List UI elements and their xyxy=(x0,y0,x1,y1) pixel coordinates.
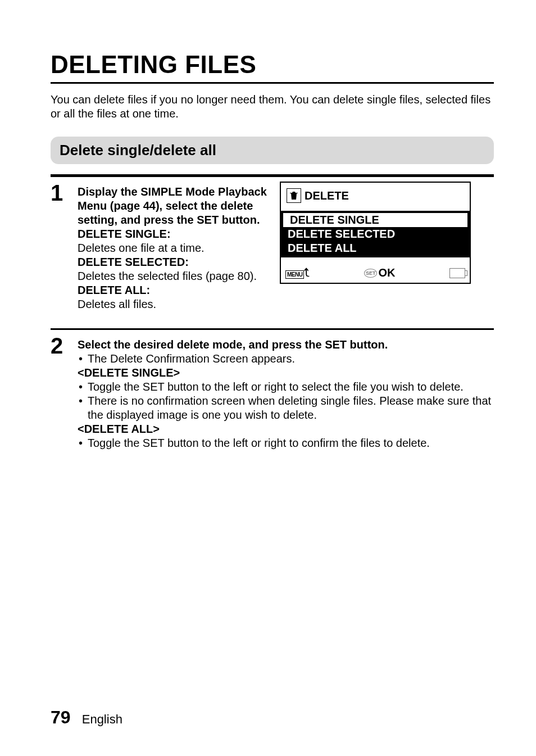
ok-indicator: SET OK xyxy=(364,266,396,279)
step2-line1: The Delete Confirmation Screen appears. xyxy=(78,352,494,366)
delete-all-desc: Deletes all files. xyxy=(78,298,156,310)
battery-icon xyxy=(449,268,465,278)
delete-single-desc: Deletes one file at a time. xyxy=(78,242,205,254)
delete-all-head: <DELETE ALL> xyxy=(78,423,160,435)
menu-badge: MENU xyxy=(285,270,304,279)
delete-single-head: <DELETE SINGLE> xyxy=(78,366,180,379)
screen-title-text: DELETE xyxy=(305,189,349,202)
step-2: 2 Select the desired delete mode, and pr… xyxy=(51,334,494,450)
ok-text: OK xyxy=(378,266,395,279)
delete-selected-desc: Deletes the selected files (page 80). xyxy=(78,270,257,282)
delete-single-label: DELETE SINGLE: xyxy=(78,228,171,240)
step-2-rule xyxy=(51,328,494,330)
step-2-instruction: Select the desired delete mode, and pres… xyxy=(78,338,388,351)
page-language: English xyxy=(82,712,122,726)
set-badge: SET xyxy=(364,269,378,278)
step2-all-b1: Toggle the SET button to the left or rig… xyxy=(78,436,494,450)
subheading-rule xyxy=(51,174,494,177)
delete-selected-label: DELETE SELECTED: xyxy=(78,256,189,268)
page-footer: 79 English xyxy=(51,707,122,728)
step-1-instruction: Display the SIMPLE Mode Playback Menu (p… xyxy=(78,185,267,226)
menu-back-indicator: MENU⤴ xyxy=(285,266,310,279)
menu-item-selected[interactable]: DELETE SELECTED xyxy=(281,227,470,241)
intro-text: You can delete files if you no longer ne… xyxy=(51,93,494,121)
subheading-bar: Delete single/delete all xyxy=(51,137,494,164)
menu-item-single[interactable]: DELETE SINGLE xyxy=(283,213,467,227)
step-2-body: Select the desired delete mode, and pres… xyxy=(78,334,494,450)
page-number: 79 xyxy=(51,707,71,727)
step-1: 1 Display the SIMPLE Mode Playback Menu … xyxy=(51,182,494,311)
step2-single-b2: There is no confirmation screen when del… xyxy=(78,394,494,422)
step-number: 1 xyxy=(51,182,67,311)
delete-all-label: DELETE ALL: xyxy=(78,284,150,296)
menu-item-all[interactable]: DELETE ALL xyxy=(281,241,470,255)
step2-single-b1: Toggle the SET button to the left or rig… xyxy=(78,380,494,394)
page-title: DELETING FILES xyxy=(51,51,494,79)
screen-menu-list: DELETE SINGLE DELETE SELECTED DELETE ALL xyxy=(281,211,470,257)
step-number: 2 xyxy=(51,334,67,450)
step-1-body: Display the SIMPLE Mode Playback Menu (p… xyxy=(78,182,269,311)
camera-screen: DELETE DELETE SINGLE DELETE SELECTED DEL… xyxy=(280,182,471,284)
title-rule xyxy=(51,82,494,84)
trash-icon xyxy=(287,188,301,203)
back-arrow-icon: ⤴ xyxy=(304,266,310,279)
